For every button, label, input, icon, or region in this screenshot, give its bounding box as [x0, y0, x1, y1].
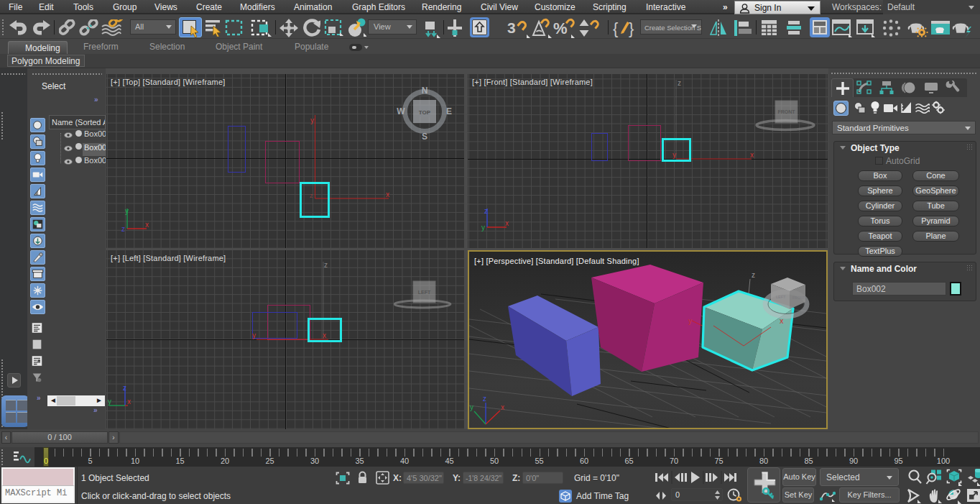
svg-text:3: 3	[507, 19, 516, 36]
svg-text:z: z	[121, 225, 125, 233]
svg-text:y: y	[125, 207, 129, 215]
svg-text:x: x	[750, 151, 754, 159]
svg-text:z: z	[752, 271, 755, 279]
svg-text:x: x	[127, 398, 131, 406]
svg-text:E: E	[446, 106, 452, 116]
svg-text:x: x	[505, 219, 509, 227]
svg-text:S: S	[422, 132, 427, 142]
svg-text:x: x	[145, 221, 149, 229]
svg-text:z: z	[324, 261, 328, 269]
svg-text:y: y	[470, 403, 473, 411]
svg-text:z: z	[483, 395, 486, 403]
svg-text:LEFT: LEFT	[776, 295, 786, 299]
svg-text:y: y	[481, 224, 485, 232]
svg-text:y: y	[310, 116, 314, 124]
svg-text:FRONT: FRONT	[792, 295, 805, 300]
svg-text:N: N	[422, 86, 428, 96]
svg-text:z: z	[484, 207, 488, 215]
svg-text:y: y	[252, 331, 256, 339]
svg-text:LEFT: LEFT	[418, 290, 431, 295]
svg-text:{: {	[613, 19, 618, 37]
svg-text:%: %	[553, 19, 568, 37]
svg-text:y: y	[688, 317, 692, 325]
svg-text:FRONT: FRONT	[777, 109, 795, 114]
svg-text:z: z	[678, 79, 681, 87]
svg-text:y: y	[108, 398, 111, 406]
svg-text:TOP: TOP	[419, 109, 431, 116]
svg-text:x: x	[386, 191, 389, 198]
svg-text:W: W	[397, 106, 405, 116]
svg-text:z: z	[123, 384, 126, 392]
svg-text:x: x	[501, 403, 504, 411]
svg-text:}: }	[629, 19, 634, 37]
svg-text:[+] [Perspective] [Standard] [: [+] [Perspective] [Standard] [Default Sh…	[474, 257, 639, 265]
